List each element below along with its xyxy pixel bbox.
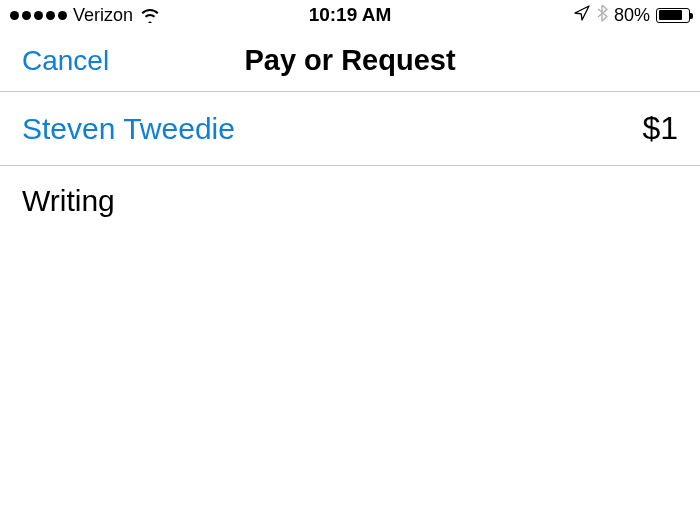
nav-bar: Cancel Pay or Request [0, 30, 700, 92]
note-area [0, 166, 700, 240]
recipient-name[interactable]: Steven Tweedie [22, 112, 235, 146]
recipient-row: Steven Tweedie $1 [0, 92, 700, 166]
status-time: 10:19 AM [309, 4, 392, 26]
bluetooth-icon [596, 4, 608, 27]
note-input[interactable] [22, 184, 678, 218]
carrier-label: Verizon [73, 5, 133, 26]
signal-strength-icon [10, 11, 67, 20]
status-left: Verizon [10, 5, 161, 26]
page-title: Pay or Request [244, 44, 455, 77]
cancel-button[interactable]: Cancel [22, 45, 109, 77]
status-right: 80% [574, 4, 690, 27]
location-icon [574, 5, 590, 26]
wifi-icon [139, 7, 161, 23]
status-bar: Verizon 10:19 AM 80% [0, 0, 700, 30]
amount-value[interactable]: $1 [642, 110, 678, 147]
battery-percent: 80% [614, 5, 650, 26]
battery-icon [656, 8, 690, 23]
